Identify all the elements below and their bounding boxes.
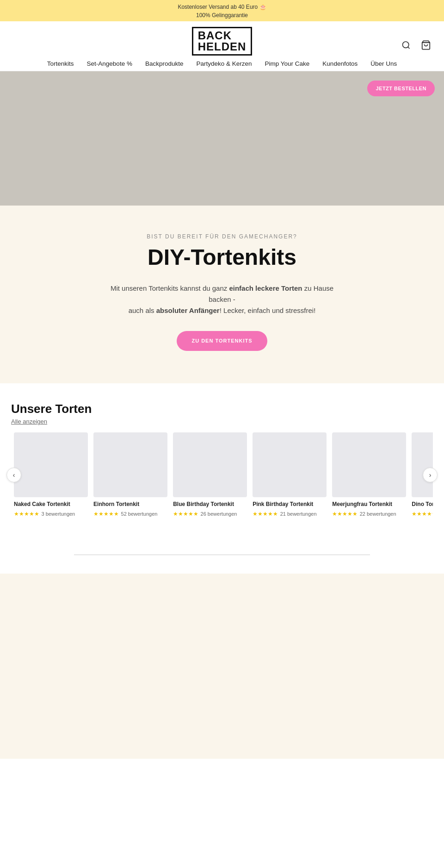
product-reviews-4: 22 bewertungen [360,511,396,517]
product-image-5 [412,432,433,497]
product-image-4 [332,432,406,497]
svg-point-0 [403,42,409,48]
product-name-2: Blue Birthday Tortenkit [173,501,247,507]
hero-section: JETZT BESTELLEN [0,71,444,206]
svg-line-1 [408,47,410,49]
nav-uber-uns[interactable]: Über Uns [370,60,397,67]
product-name-1: Einhorn Tortenkit [93,501,167,507]
product-stars-1: ★★★★★ [93,511,119,517]
products-title: Unsere Torten [11,402,433,416]
nav-kundenfotos[interactable]: Kundenfotos [322,60,358,67]
product-name-3: Pink Birthday Tortenkit [253,501,327,507]
nav-tortenkits[interactable]: Tortenkits [47,60,74,67]
diy-desc-normal1: Mit unseren Tortenkits kannst du ganz [111,284,229,292]
list-item: Pink Birthday Tortenkit ★★★★★ 21 bewertu… [250,432,329,518]
nav-pimp-your-cake[interactable]: Pimp Your Cake [265,60,310,67]
product-stars-0: ★★★★★ [14,511,39,517]
product-image-1 [93,432,167,497]
diy-subtitle: BIST DU BEREIT FÜR DEN GAMECHANGER? [9,233,435,240]
search-button[interactable] [400,38,413,54]
product-stars-2: ★★★★★ [173,511,198,517]
product-stars-4: ★★★★★ [332,511,358,517]
cart-button[interactable] [419,38,433,54]
product-reviews-0: 3 bewertungen [41,511,75,517]
list-item: Meerjungfrau Tortenkit ★★★★★ 22 bewertun… [329,432,409,518]
banner-line2: 100% Gelinggarantie [0,11,444,19]
list-item: Blue Birthday Tortenkit ★★★★★ 26 bewertu… [170,432,250,518]
search-icon [401,40,411,50]
diy-cta-button[interactable]: ZU DEN TORTENKITS [177,331,267,351]
carousel-next-button[interactable]: › [423,468,438,482]
list-item: Naked Cake Tortenkit ★★★★★ 3 bewertungen [11,432,91,518]
header: Back Helden Tortenkits Set-Angebote % Ba… [0,21,444,71]
banner-line1: Kostenloser Versand ab 40 Euro 🎂 [0,3,444,11]
diy-section: BIST DU BEREIT FÜR DEN GAMECHANGER? DIY-… [0,206,444,383]
product-stars-3: ★★★★★ [253,511,278,517]
list-item: Einhorn Tortenkit ★★★★★ 52 bewertungen [91,432,170,518]
main-nav: Tortenkits Set-Angebote % Backprodukte P… [47,60,397,67]
nav-backprodukte[interactable]: Backprodukte [145,60,184,67]
logo-line1: Back [198,30,247,41]
nav-partydeko[interactable]: Partydeko & Kerzen [196,60,252,67]
product-name-4: Meerjungfrau Tortenkit [332,501,406,507]
carousel-prev-button[interactable]: ‹ [6,468,21,482]
top-banner: Kostenloser Versand ab 40 Euro 🎂 100% Ge… [0,0,444,21]
logo-line2: Helden [198,41,247,52]
product-image-0 [14,432,88,497]
product-reviews-1: 52 bewertungen [121,511,158,517]
header-icons [400,38,433,54]
product-name-5: Dino Tortenkit [412,501,433,507]
carousel-track: Naked Cake Tortenkit ★★★★★ 3 bewertungen… [11,432,433,518]
cart-icon [421,40,431,50]
product-stars-5: ★★★★★ [412,511,433,517]
hero-order-button[interactable]: JETZT BESTELLEN [367,81,435,96]
product-image-3 [253,432,327,497]
logo[interactable]: Back Helden [192,27,253,56]
diy-title: DIY-Tortenkits [9,244,435,270]
products-show-all[interactable]: Alle anzeigen [11,418,433,425]
section-divider [74,555,370,555]
product-reviews-2: 26 bewertungen [201,511,237,517]
bottom-section [0,574,444,759]
divider-section [0,545,444,574]
diy-description: Mit unseren Tortenkits kannst du ganz ei… [102,283,342,316]
product-image-2 [173,432,247,497]
product-carousel: ‹ Naked Cake Tortenkit ★★★★★ 3 bewertung… [11,432,433,518]
nav-set-angebote[interactable]: Set-Angebote % [87,60,132,67]
products-section: Unsere Torten Alle anzeigen ‹ Naked Cake… [0,383,444,545]
products-header: Unsere Torten Alle anzeigen [11,402,433,425]
product-name-0: Naked Cake Tortenkit [14,501,88,507]
product-reviews-3: 21 bewertungen [280,511,317,517]
diy-desc-normal3: ! Lecker, einfach und stressfrei! [220,306,316,314]
diy-desc-bold2: absoluter Anfänger [156,306,220,314]
diy-desc-bold1: einfach leckere Torten [229,284,302,292]
